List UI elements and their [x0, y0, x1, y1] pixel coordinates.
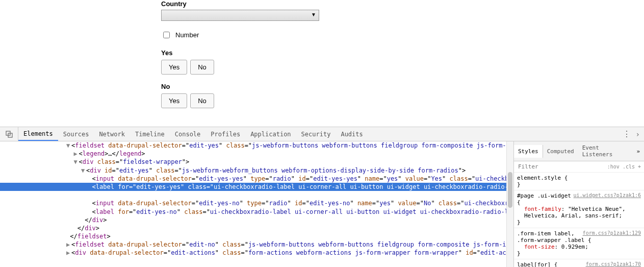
rule-close: } [517, 250, 641, 257]
more-icon[interactable]: » [632, 148, 644, 155]
tab-network[interactable]: Network [94, 127, 130, 141]
dom-tree[interactable]: ▼<fieldset data-drupal-selector="edit-ye… [0, 141, 506, 257]
styles-tabbar: Styles Computed Event Listeners » [514, 141, 644, 161]
styles-pane: Styles Computed Event Listeners » :hov .… [513, 141, 644, 267]
plus-icon[interactable]: + [638, 164, 641, 169]
yes-group: Yes Yes No [161, 49, 644, 75]
rule-source-link[interactable]: ui.widget.css?p1zak1:6 [574, 192, 641, 198]
number-row: Number [161, 30, 644, 40]
tab-elements[interactable]: Elements [18, 127, 58, 141]
country-label: Country [161, 0, 644, 8]
rule-source-link[interactable]: form.css?p1zak1:129 [583, 230, 641, 236]
form-area: Country ▼ Number Yes Yes No No Yes No [0, 0, 644, 127]
more-icon[interactable]: ⋮ [623, 129, 631, 139]
css-rules: element.style {}ui.widget.css?p1zak1:6#p… [514, 173, 644, 267]
elements-pane: ▼<fieldset data-drupal-selector="edit-ye… [0, 141, 513, 267]
yes-btn-yes[interactable]: Yes [161, 60, 187, 75]
yes-btn-no[interactable]: No [190, 60, 214, 75]
tab-styles[interactable]: Styles [514, 145, 543, 158]
no-group: No Yes No [161, 83, 644, 108]
tab-application[interactable]: Application [245, 127, 296, 141]
yes-label: Yes [161, 49, 644, 57]
tab-sources[interactable]: Sources [58, 127, 94, 141]
devtools-panel: ElementsSourcesNetworkTimelineConsolePro… [0, 127, 644, 267]
styles-filter-input[interactable] [517, 163, 604, 171]
number-checkbox[interactable] [163, 32, 170, 38]
devtools-tabbar: ElementsSourcesNetworkTimelineConsolePro… [0, 127, 644, 141]
tab-console[interactable]: Console [170, 127, 206, 141]
css-property[interactable]: font-size: 0.929em; [517, 244, 641, 250]
rule-close: } [517, 219, 641, 226]
scrollbar-thumb[interactable] [508, 172, 512, 208]
rule-selector[interactable]: element.style { [517, 175, 641, 181]
rule-source-link[interactable]: form.css?p1zak1:70 [586, 261, 641, 267]
cls-toggle[interactable]: .cls [623, 164, 635, 169]
chevron-right-icon[interactable]: › [636, 130, 640, 138]
number-label: Number [175, 31, 199, 39]
elements-scrollbar[interactable] [506, 141, 513, 267]
tab-audits[interactable]: Audits [336, 127, 368, 141]
tab-timeline[interactable]: Timeline [130, 127, 170, 141]
tab-profiles[interactable]: Profiles [205, 127, 245, 141]
inspect-icon[interactable] [0, 127, 18, 141]
css-property[interactable]: font-family: "Helvetica Neue", Helvetica… [517, 206, 641, 219]
no-btn-no[interactable]: No [190, 93, 214, 108]
tab-security[interactable]: Security [296, 127, 336, 141]
tab-event-listeners[interactable]: Event Listeners [578, 141, 633, 161]
country-select[interactable] [161, 10, 319, 21]
country-select-wrap: ▼ [161, 10, 319, 21]
no-label: No [161, 83, 644, 90]
no-btn-yes[interactable]: Yes [161, 93, 187, 108]
tab-computed[interactable]: Computed [543, 145, 578, 158]
rule-close: } [517, 181, 641, 188]
hov-toggle[interactable]: :hov [607, 164, 620, 169]
